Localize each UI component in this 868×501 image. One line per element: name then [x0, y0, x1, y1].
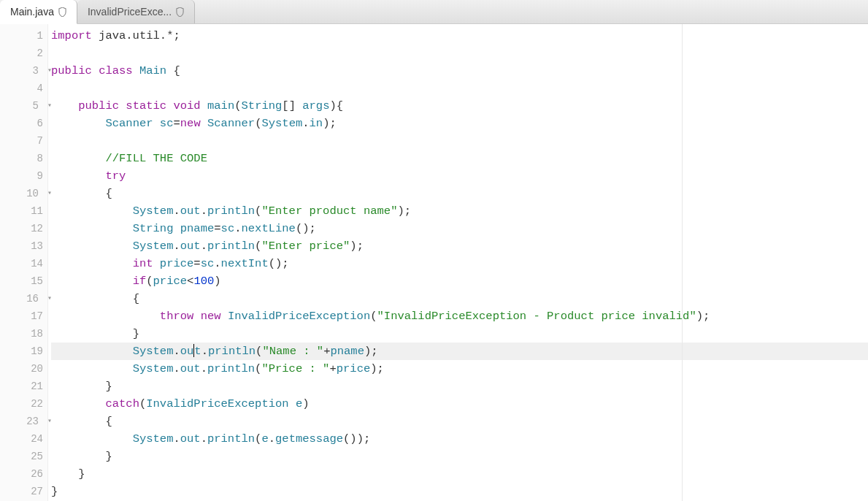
line-number: 9 [0, 167, 47, 185]
code-line[interactable]: //FILL THE CODE [51, 150, 868, 167]
code-line[interactable]: } [51, 483, 868, 500]
line-number: 19 [0, 343, 47, 360]
tab-main-java[interactable]: Main.java [0, 0, 77, 24]
right-margin-line [682, 24, 683, 501]
line-number: 14 [0, 255, 47, 272]
line-number: 15 [0, 272, 47, 290]
line-number: 21 [0, 378, 47, 395]
line-number: 8 [0, 150, 47, 167]
code-line[interactable]: System.out.println("Name : "+pname); [51, 343, 868, 360]
code-line[interactable]: String pname=sc.nextLine(); [51, 220, 868, 237]
line-number: 7 [0, 132, 47, 150]
code-line[interactable]: System.out.println(e.getmessage()); [51, 430, 868, 448]
line-number: 17 [0, 307, 47, 325]
line-number: 22 [0, 395, 47, 413]
shield-icon [58, 7, 66, 17]
tab-label: Main.java [10, 6, 54, 18]
line-number: 26 [0, 465, 47, 483]
code-line[interactable]: } [51, 448, 868, 465]
line-number-gutter: 123 ▾45 ▾678910 ▾111213141516 ▾171819202… [0, 24, 48, 501]
line-number: 1 [0, 27, 47, 45]
line-number: 27 [0, 483, 47, 500]
line-number: 3 ▾ [0, 62, 47, 80]
code-line[interactable]: { [51, 290, 868, 307]
code-area[interactable]: import java.util.*; public class Main { … [48, 24, 868, 501]
code-line[interactable]: public static void main(String[] args){ [51, 97, 868, 115]
code-line[interactable]: System.out.println("Enter product name")… [51, 202, 868, 220]
shield-icon [176, 7, 184, 17]
line-number: 24 [0, 430, 47, 448]
line-number: 11 [0, 202, 47, 220]
line-number: 25 [0, 448, 47, 465]
code-line[interactable] [51, 80, 868, 97]
line-number: 6 [0, 115, 47, 132]
line-number: 12 [0, 220, 47, 237]
code-line[interactable]: } [51, 378, 868, 395]
line-number: 4 [0, 80, 47, 97]
tab-label: InvalidPriceExce... [88, 6, 172, 18]
code-line[interactable]: { [51, 413, 868, 430]
code-line[interactable]: import java.util.*; [51, 27, 868, 45]
code-line[interactable]: throw new InvalidPriceException("Invalid… [51, 307, 868, 325]
line-number: 20 [0, 360, 47, 378]
code-line[interactable]: { [51, 185, 868, 202]
code-line[interactable]: Scanner sc=new Scanner(System.in); [51, 115, 868, 132]
line-number: 10 ▾ [0, 185, 47, 202]
editor-container: 123 ▾45 ▾678910 ▾111213141516 ▾171819202… [0, 24, 868, 501]
code-line[interactable]: int price=sc.nextInt(); [51, 255, 868, 272]
tab-invalid-price-exc[interactable]: InvalidPriceExce... [77, 0, 195, 23]
line-number: 5 ▾ [0, 97, 47, 115]
code-line[interactable]: if(price<100) [51, 272, 868, 290]
line-number: 16 ▾ [0, 290, 47, 307]
tab-bar: Main.java InvalidPriceExce... [0, 0, 868, 24]
code-line[interactable]: } [51, 325, 868, 343]
line-number: 23 ▾ [0, 413, 47, 430]
code-line[interactable]: System.out.println("Price : "+price); [51, 360, 868, 378]
code-line[interactable]: catch(InvalidPriceException e) [51, 395, 868, 413]
line-number: 18 [0, 325, 47, 343]
code-line[interactable]: System.out.println("Enter price"); [51, 237, 868, 255]
code-line[interactable]: try [51, 167, 868, 185]
code-line[interactable]: } [51, 465, 868, 483]
code-line[interactable] [51, 132, 868, 150]
line-number: 13 [0, 237, 47, 255]
line-number: 2 [0, 45, 47, 62]
code-line[interactable] [51, 45, 868, 62]
code-line[interactable]: public class Main { [51, 62, 868, 80]
